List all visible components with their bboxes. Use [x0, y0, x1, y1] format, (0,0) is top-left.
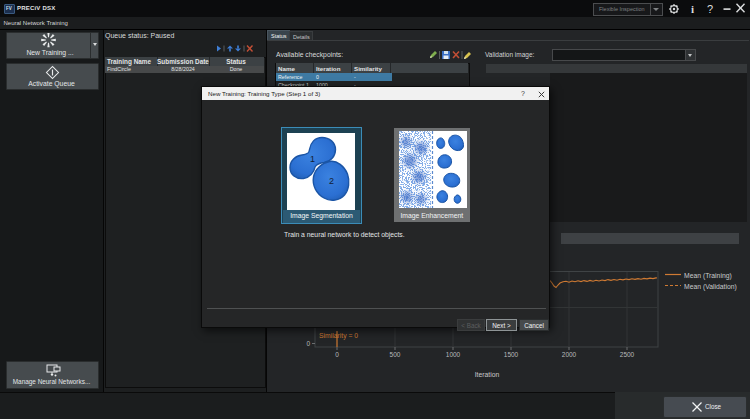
svg-text:?: ?	[707, 3, 713, 15]
svg-text:0: 0	[306, 340, 310, 347]
svg-text:1: 1	[310, 154, 315, 164]
svg-text:2: 2	[329, 176, 334, 186]
svg-text:1000: 1000	[446, 351, 461, 358]
svg-text:500: 500	[390, 351, 401, 358]
svg-text:Mean (Training): Mean (Training)	[684, 272, 732, 280]
svg-text:Iteration: Iteration	[475, 371, 500, 378]
svg-text:0: 0	[335, 351, 339, 358]
svg-text:2000: 2000	[562, 351, 577, 358]
svg-text:Mean (Validation): Mean (Validation)	[684, 283, 737, 291]
svg-text:i: i	[691, 3, 694, 15]
svg-text:1500: 1500	[504, 351, 519, 358]
svg-text:2500: 2500	[620, 351, 635, 358]
svg-text:Similarity = 0: Similarity = 0	[319, 332, 358, 340]
